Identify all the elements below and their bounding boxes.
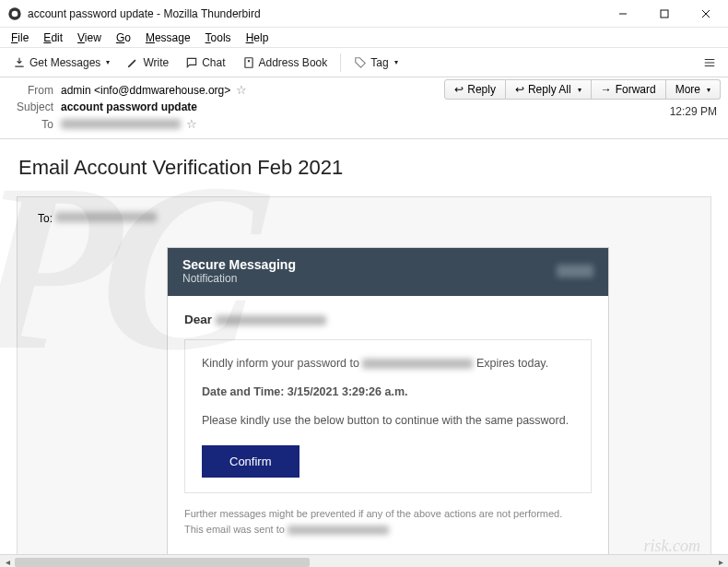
body-to-row: To:	[38, 212, 690, 225]
greeting-name-redacted	[216, 315, 326, 325]
message-actions: ↩Reply ↩Reply All▾ →Forward More▾	[444, 79, 721, 100]
chevron-down-icon: ▾	[106, 58, 110, 66]
menu-tools[interactable]: Tools	[198, 30, 239, 46]
from-label: From	[9, 84, 53, 97]
greeting-label: Dear	[184, 313, 212, 326]
star-icon[interactable]: ☆	[236, 83, 247, 97]
svg-rect-3	[661, 10, 668, 18]
window-title: account password update - Mozilla Thunde…	[28, 7, 602, 20]
body-to-label: To:	[38, 212, 53, 225]
star-icon[interactable]: ☆	[186, 117, 197, 131]
to-value-redacted	[61, 119, 181, 129]
footer-redacted	[288, 526, 389, 535]
chevron-down-icon: ▾	[707, 86, 710, 94]
datetime-label: Date and Time:	[202, 385, 284, 398]
menu-file[interactable]: File	[4, 30, 36, 46]
forward-button[interactable]: →Forward	[592, 79, 666, 100]
confirm-button[interactable]: Confirm	[202, 445, 299, 478]
tag-button[interactable]: Tag ▾	[346, 53, 405, 73]
get-messages-label: Get Messages	[29, 56, 100, 69]
hamburger-icon	[703, 56, 716, 69]
reply-button[interactable]: ↩Reply	[444, 79, 506, 100]
message-body-pane[interactable]: Email Account Verification Feb 2021 To: …	[0, 139, 728, 554]
write-label: Write	[143, 56, 169, 69]
menu-edit[interactable]: Edit	[36, 30, 70, 46]
footer-line-2: This email was sent to	[184, 522, 592, 537]
reply-icon: ↩	[454, 83, 464, 96]
footer-line-2-text: This email was sent to	[184, 524, 285, 535]
address-book-icon	[242, 56, 255, 69]
message-time: 12:29 PM	[670, 105, 717, 118]
forward-icon: →	[601, 83, 612, 96]
more-button[interactable]: More▾	[666, 79, 721, 100]
pencil-icon	[126, 56, 139, 69]
horizontal-scrollbar[interactable]: ◂ ▸	[0, 554, 728, 567]
body-to-redacted	[55, 212, 157, 222]
footer-line-1: Further messages might be prevented if a…	[184, 506, 592, 522]
from-value: admin <info@ddmwarehouse.org>	[61, 84, 230, 97]
card-header-title: Secure Messaging	[182, 257, 296, 272]
address-book-button[interactable]: Address Book	[235, 53, 335, 73]
more-label: More	[675, 83, 700, 96]
chevron-down-icon: ▾	[394, 58, 398, 66]
reply-all-label: Reply All	[528, 83, 571, 96]
chat-button[interactable]: Chat	[178, 53, 232, 73]
get-messages-button[interactable]: Get Messages ▾	[6, 53, 117, 73]
menubar: File Edit View Go Message Tools Help	[0, 28, 728, 48]
toolbar-separator	[340, 53, 341, 72]
chat-label: Chat	[202, 56, 225, 69]
line1-redacted	[362, 359, 473, 369]
message-header: ↩Reply ↩Reply All▾ →Forward More▾ 12:29 …	[0, 77, 728, 139]
to-label: To	[9, 118, 53, 131]
scroll-left-button[interactable]: ◂	[0, 557, 15, 567]
card-header-right-redacted	[557, 265, 593, 278]
email-heading: Email Account Verification Feb 2021	[18, 156, 711, 180]
reply-all-icon: ↩	[515, 83, 524, 96]
datetime-row: Date and Time: 3/15/2021 3:29:26 a.m.	[202, 384, 574, 401]
download-icon	[13, 56, 26, 69]
greeting-row: Dear	[184, 313, 592, 326]
menu-help[interactable]: Help	[239, 30, 276, 46]
line-1: Kindly inform your password to Expires t…	[202, 355, 574, 372]
window-minimize-button[interactable]	[602, 0, 643, 27]
write-button[interactable]: Write	[119, 53, 176, 73]
scroll-track[interactable]	[15, 556, 713, 568]
menu-view[interactable]: View	[70, 30, 109, 46]
card-body: Dear Kindly inform your password to Expi…	[168, 296, 608, 554]
card-inner-box: Kindly inform your password to Expires t…	[184, 339, 592, 493]
card-header: Secure Messaging Notification	[168, 248, 608, 296]
reply-label: Reply	[467, 83, 496, 96]
menu-message[interactable]: Message	[138, 30, 198, 46]
svg-point-1	[12, 10, 18, 17]
card-header-subtitle: Notification	[182, 272, 296, 285]
secure-messaging-card: Secure Messaging Notification Dear Kindl…	[167, 247, 609, 554]
reply-all-button[interactable]: ↩Reply All▾	[506, 79, 592, 100]
address-book-label: Address Book	[259, 56, 328, 69]
window-titlebar: account password update - Mozilla Thunde…	[0, 0, 728, 28]
chevron-down-icon: ▾	[578, 86, 581, 94]
subject-value: account password update	[61, 100, 197, 113]
menu-go[interactable]: Go	[109, 30, 138, 46]
window-close-button[interactable]	[685, 0, 726, 27]
svg-point-7	[247, 60, 249, 62]
line-2: Please kindly use the below button to co…	[202, 412, 574, 430]
line1a: Kindly inform your password to	[202, 357, 359, 370]
chat-icon	[185, 56, 198, 69]
scroll-right-button[interactable]: ▸	[713, 557, 728, 567]
svg-rect-6	[244, 57, 252, 67]
app-icon	[7, 6, 22, 21]
subject-label: Subject	[9, 100, 53, 113]
forward-label: Forward	[616, 83, 656, 96]
app-menu-button[interactable]	[697, 52, 722, 74]
main-toolbar: Get Messages ▾ Write Chat Address Book T…	[0, 48, 728, 77]
window-maximize-button[interactable]	[643, 0, 685, 27]
card-footer: Further messages might be prevented if a…	[184, 506, 592, 537]
email-outer-box: To: Secure Messaging Notification Dear K…	[17, 196, 711, 554]
scroll-thumb[interactable]	[15, 558, 310, 567]
datetime-value: 3/15/2021 3:29:26 a.m.	[288, 385, 408, 398]
line1b: Expires today.	[476, 357, 548, 370]
tag-icon	[354, 56, 367, 69]
tag-label: Tag	[370, 56, 388, 69]
